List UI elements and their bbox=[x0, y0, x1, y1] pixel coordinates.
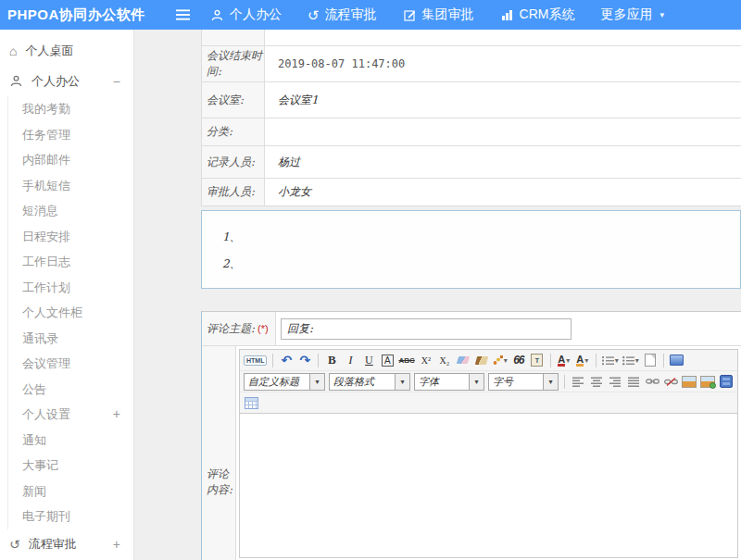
nav-label: CRM系统 bbox=[520, 6, 575, 23]
nav-item-group-approval[interactable]: 集团审批 bbox=[403, 6, 474, 23]
sidebar-item-label: 电子期刊 bbox=[22, 504, 120, 529]
boxed-a-icon: A bbox=[382, 355, 394, 367]
expand-toggle-icon[interactable]: + bbox=[113, 537, 120, 552]
sidebar-item-major-events[interactable]: 大事记 bbox=[8, 453, 133, 479]
align-left-button[interactable] bbox=[570, 374, 586, 390]
bold-button[interactable]: B bbox=[323, 353, 340, 368]
font-size-select[interactable]: 字号 ▾ bbox=[488, 373, 559, 391]
sidebar-item-news[interactable]: 新闻 bbox=[8, 479, 133, 504]
font-color-icon: A bbox=[558, 355, 565, 367]
font-style-button[interactable]: A bbox=[379, 353, 396, 368]
sidebar-item-label: 新闻 bbox=[22, 479, 120, 504]
subscript-button[interactable]: X₂ bbox=[436, 353, 453, 368]
format-painter-button[interactable] bbox=[473, 353, 490, 368]
caret-down-icon: ▾ bbox=[543, 374, 558, 390]
value-cell bbox=[265, 30, 741, 45]
sidebar-item-label: 内部邮件 bbox=[22, 147, 120, 173]
insert-image-button[interactable] bbox=[681, 374, 697, 390]
nav-item-workflow-approval[interactable]: ↺ 流程审批 bbox=[308, 6, 377, 23]
align-center-button[interactable] bbox=[588, 374, 605, 390]
sidebar-item-personal-desktop[interactable]: ⌂ 个人桌面 bbox=[0, 35, 133, 66]
nav-item-crm-system[interactable]: CRM系统 bbox=[500, 6, 575, 23]
sidebar-item-work-log[interactable]: 工作日志 bbox=[8, 249, 133, 275]
caret-down-icon: ▾ bbox=[615, 356, 619, 365]
nav-label: 个人办公 bbox=[230, 6, 282, 23]
field-label: 会议结束时间: bbox=[202, 46, 265, 81]
editor-content-area[interactable] bbox=[240, 413, 737, 557]
unordered-list-button[interactable]: ▾ bbox=[622, 353, 640, 368]
insert-link-button[interactable] bbox=[644, 374, 660, 390]
upload-image-button[interactable] bbox=[699, 374, 716, 390]
blockquote-button[interactable]: 66 bbox=[510, 353, 527, 368]
superscript-button[interactable]: X² bbox=[418, 353, 434, 368]
sidebar-item-label: 个人文件柜 bbox=[22, 300, 120, 326]
html-source-button[interactable]: HTML bbox=[243, 353, 268, 368]
underline-button[interactable]: U bbox=[360, 353, 377, 368]
align-left-icon bbox=[572, 377, 584, 387]
sidebar-item-personal-file-cabinet[interactable]: 个人文件柜 bbox=[8, 300, 133, 326]
fullscreen-button[interactable] bbox=[669, 353, 685, 368]
sidebar-item-label: 工作计划 bbox=[22, 275, 120, 301]
sidebar-item-label: 公告 bbox=[22, 377, 120, 403]
align-right-button[interactable] bbox=[607, 374, 623, 390]
comment-form: 评论主题: (*) 评论内容: HTML ↶ ↷ bbox=[201, 311, 741, 560]
label-cell: 评论内容: bbox=[202, 346, 236, 560]
toolbar-separator bbox=[272, 354, 273, 367]
editor-toolbar-row-1: HTML ↶ ↷ B I U A ABC X² X₂ ▾ bbox=[240, 350, 737, 370]
sidebar-item-schedule[interactable]: 日程安排 bbox=[8, 224, 133, 250]
nav-item-more-apps[interactable]: 更多应用 ▾ bbox=[600, 6, 664, 23]
sidebar-item-label: 通知 bbox=[22, 428, 120, 454]
remove-link-button[interactable] bbox=[662, 374, 679, 390]
sidebar-item-task-management[interactable]: 任务管理 bbox=[8, 122, 133, 148]
sidebar-item-my-attendance[interactable]: 我的考勤 bbox=[8, 96, 133, 122]
unordered-list-icon bbox=[622, 355, 634, 366]
sidebar-item-e-journal[interactable]: 电子期刊 bbox=[8, 504, 133, 529]
paragraph-format-select[interactable]: 段落格式 ▾ bbox=[329, 373, 410, 391]
table-row-category: 分类: bbox=[201, 118, 741, 146]
new-page-button[interactable] bbox=[642, 353, 659, 368]
sidebar-item-personal-settings[interactable]: 个人设置 + bbox=[8, 402, 133, 428]
collapse-toggle-icon[interactable]: − bbox=[113, 74, 120, 89]
sidebar-item-internal-mail[interactable]: 内部邮件 bbox=[8, 147, 133, 173]
sidebar-item-workflow-approval[interactable]: ↺ 流程审批 + bbox=[0, 529, 133, 560]
insert-table-button[interactable] bbox=[243, 395, 259, 411]
field-label: 评论主题: bbox=[207, 321, 255, 337]
nav-item-personal-office[interactable]: 个人办公 bbox=[210, 6, 282, 23]
italic-button[interactable]: I bbox=[342, 353, 358, 368]
sidebar-item-label: 个人桌面 bbox=[25, 43, 120, 59]
font-family-select[interactable]: 字体 ▾ bbox=[414, 373, 484, 391]
strikethrough-button[interactable]: ABC bbox=[397, 353, 415, 368]
sidebar-item-notification[interactable]: 通知 bbox=[8, 428, 133, 454]
field-value: 2019-08-07 11:47:00 bbox=[265, 46, 741, 81]
custom-heading-select[interactable]: 自定义标题 ▾ bbox=[244, 373, 325, 391]
sidebar-item-personal-office[interactable]: 个人办公 − bbox=[0, 66, 133, 96]
justify-button[interactable] bbox=[625, 374, 642, 390]
comment-subject-input[interactable] bbox=[281, 318, 571, 340]
sidebar-item-meeting-management[interactable]: 会议管理 bbox=[8, 351, 133, 377]
sidebar-item-label: 我的考勤 bbox=[22, 96, 120, 122]
magic-wand-icon bbox=[493, 355, 503, 365]
editor-toolbar-row-2: 自定义标题 ▾ 段落格式 ▾ 字体 ▾ 字号 ▾ bbox=[240, 370, 737, 392]
quick-format-button[interactable]: ▾ bbox=[492, 353, 509, 368]
toolbar-separator bbox=[596, 354, 597, 367]
sidebar-item-announcement[interactable]: 公告 bbox=[8, 377, 133, 403]
sidebar-item-short-message[interactable]: 短消息 bbox=[8, 198, 133, 224]
undo-button[interactable]: ↶ bbox=[278, 353, 295, 368]
ordered-list-button[interactable]: ▾ bbox=[601, 353, 620, 368]
paste-button[interactable]: T bbox=[529, 353, 546, 368]
redo-button[interactable]: ↷ bbox=[296, 353, 313, 368]
sidebar-item-address-book[interactable]: 通讯录 bbox=[8, 326, 133, 352]
expand-toggle-icon[interactable]: + bbox=[113, 402, 120, 428]
sidebar-item-mobile-sms[interactable]: 手机短信 bbox=[8, 173, 133, 199]
align-right-icon bbox=[609, 377, 622, 387]
font-color-button[interactable]: A▾ bbox=[556, 353, 572, 368]
link-icon bbox=[646, 378, 659, 385]
sidebar-item-label: 日程安排 bbox=[22, 224, 120, 250]
highlight-color-button[interactable]: A▾ bbox=[574, 353, 591, 368]
insert-media-button[interactable] bbox=[718, 374, 735, 390]
hamburger-menu-button[interactable] bbox=[176, 8, 190, 22]
remove-format-button[interactable] bbox=[455, 353, 471, 368]
sidebar-item-work-plan[interactable]: 工作计划 bbox=[8, 275, 133, 301]
section-gap bbox=[201, 289, 741, 311]
user-icon bbox=[9, 74, 23, 88]
